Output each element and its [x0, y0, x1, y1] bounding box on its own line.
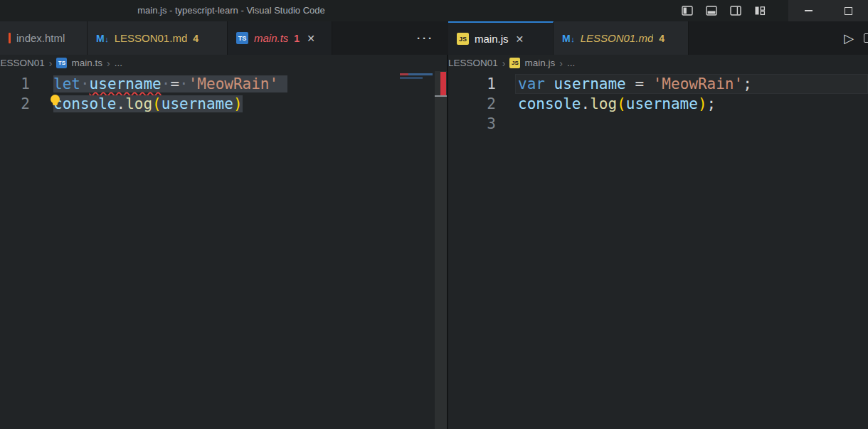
code-token: ;: [743, 75, 752, 92]
code-token: ): [698, 95, 707, 112]
javascript-file-icon: JS: [509, 58, 520, 68]
tab-label: main.ts: [254, 32, 288, 44]
code-token: 'MeowRain': [189, 75, 278, 92]
code-line-content[interactable]: console.log(username): [51, 94, 447, 114]
maximize-button[interactable]: [828, 0, 868, 21]
toggle-primary-sidebar-icon[interactable]: [679, 2, 696, 19]
tab-main-js[interactable]: JS main.js ✕: [448, 21, 554, 55]
tab-lesson01-md-right[interactable]: M↓ LESSON01.md 4: [554, 21, 689, 55]
minimize-button[interactable]: [788, 0, 828, 21]
breadcrumb-folder[interactable]: LESSON01: [448, 58, 498, 68]
title-bar: main.js - typescript-learn - Visual Stud…: [0, 0, 868, 21]
line-number: 3: [448, 114, 496, 134]
breadcrumb-symbol[interactable]: ...: [567, 58, 575, 68]
tab-strip-left: ···: [332, 21, 448, 55]
code-token: var: [518, 75, 545, 92]
customize-layout-icon[interactable]: [751, 2, 768, 19]
typescript-file-icon: TS: [56, 58, 67, 68]
lightbulb-quickfix-icon[interactable]: [51, 95, 60, 104]
breadcrumb-symbol[interactable]: ...: [115, 58, 122, 68]
code-token: username: [90, 75, 162, 92]
code-token: =: [635, 75, 644, 92]
more-actions-icon[interactable]: ···: [417, 32, 434, 44]
code-token: [644, 75, 653, 92]
tab-group-left: index.html M↓ LESSON01.md 4 TS main.ts 1…: [0, 21, 448, 55]
code-token: console: [518, 95, 581, 112]
breadcrumb-left: LESSON01 › TS main.ts › ...: [0, 55, 445, 71]
code-line-content[interactable]: console.log(username);: [515, 94, 868, 114]
code-token: log: [590, 95, 617, 112]
html-file-icon: [9, 33, 11, 43]
code-area: 1var username = 'MeowRain';2console.log(…: [448, 71, 868, 134]
window-title: main.js - typescript-learn - Visual Stud…: [0, 0, 462, 21]
code-line-content[interactable]: let·username·=·'MeowRain': [51, 74, 447, 94]
code-token: ;: [707, 95, 716, 112]
markdown-file-icon: M↓: [562, 33, 575, 44]
breadcrumb-folder[interactable]: LESSON01: [0, 58, 45, 68]
chevron-right-icon: ›: [559, 58, 563, 69]
layout-controls: [679, 2, 768, 19]
overview-cursor-marker: [435, 95, 447, 97]
typescript-file-icon: TS: [236, 32, 248, 44]
editor-left-main-ts[interactable]: 1let·username·=·'MeowRain' 2console.log(…: [0, 71, 447, 429]
code-token: .: [117, 95, 126, 112]
maximize-icon: [845, 7, 852, 15]
code-token: .: [581, 95, 591, 112]
problems-badge: 1: [294, 33, 300, 44]
line-number: 1: [448, 74, 496, 94]
tab-strip-right: ▷: [689, 21, 868, 55]
tab-label: LESSON01.md: [581, 32, 654, 44]
close-icon[interactable]: ✕: [516, 33, 524, 45]
code-token: let: [53, 75, 80, 92]
code-token: ·: [179, 75, 189, 92]
chevron-right-icon: ›: [107, 58, 110, 69]
code-token: username: [626, 95, 698, 112]
code-token: log: [125, 95, 152, 112]
tab-index-html[interactable]: index.html: [0, 21, 88, 55]
editor-actions: ▷: [844, 32, 868, 45]
code-token: username: [162, 95, 233, 112]
breadcrumb-file[interactable]: main.js: [524, 58, 555, 68]
code-line: 1let·username·=·'MeowRain': [0, 74, 447, 94]
line-number: 1: [0, 74, 30, 94]
tab-label: main.js: [475, 33, 509, 45]
vscode-window: main.js - typescript-learn - Visual Stud…: [0, 0, 868, 429]
code-token: [626, 75, 635, 92]
tab-group-right: JS main.js ✕ M↓ LESSON01.md 4 ▷: [448, 21, 868, 55]
code-line: 1var username = 'MeowRain';: [448, 74, 868, 94]
editor-right-main-js[interactable]: 1var username = 'MeowRain';2console.log(…: [448, 71, 868, 429]
tab-main-ts[interactable]: TS main.ts 1 ✕: [228, 21, 332, 55]
tab-label: LESSON01.md: [115, 32, 188, 44]
code-token: username: [554, 75, 626, 92]
editor-tab-bar: index.html M↓ LESSON01.md 4 TS main.ts 1…: [0, 21, 868, 55]
run-code-icon[interactable]: ▷: [844, 32, 854, 45]
code-token: (: [617, 95, 626, 112]
markdown-file-icon: M↓: [96, 33, 109, 44]
code-line-content[interactable]: var username = 'MeowRain';: [515, 74, 868, 94]
line-number: 2: [448, 94, 496, 114]
code-token: ·: [80, 75, 90, 92]
split-editor-icon[interactable]: [864, 33, 868, 43]
chevron-right-icon: ›: [49, 58, 53, 69]
minimap-line: [400, 73, 433, 75]
scrollbar[interactable]: [435, 71, 447, 429]
code-line: 2console.log(username): [0, 94, 447, 114]
toggle-secondary-sidebar-icon[interactable]: [727, 2, 744, 19]
breadcrumb-file[interactable]: main.ts: [71, 58, 102, 68]
chevron-right-icon: ›: [502, 58, 506, 69]
minimap-line: [400, 77, 423, 79]
toggle-panel-icon[interactable]: [703, 2, 720, 19]
problems-badge: 4: [659, 33, 665, 44]
tab-lesson01-md-left[interactable]: M↓ LESSON01.md 4: [88, 21, 228, 55]
code-line-content[interactable]: [515, 114, 868, 134]
code-token: [545, 75, 554, 92]
code-token: ): [233, 95, 243, 112]
title-bar-controls: [679, 0, 868, 21]
minimize-icon: [805, 10, 813, 11]
line-number: 2: [0, 94, 30, 114]
close-icon[interactable]: ✕: [307, 33, 315, 44]
code-line: 3: [448, 114, 868, 134]
code-token: 'MeowRain': [653, 75, 743, 92]
window-controls: [788, 0, 868, 21]
code-token: [278, 75, 287, 92]
